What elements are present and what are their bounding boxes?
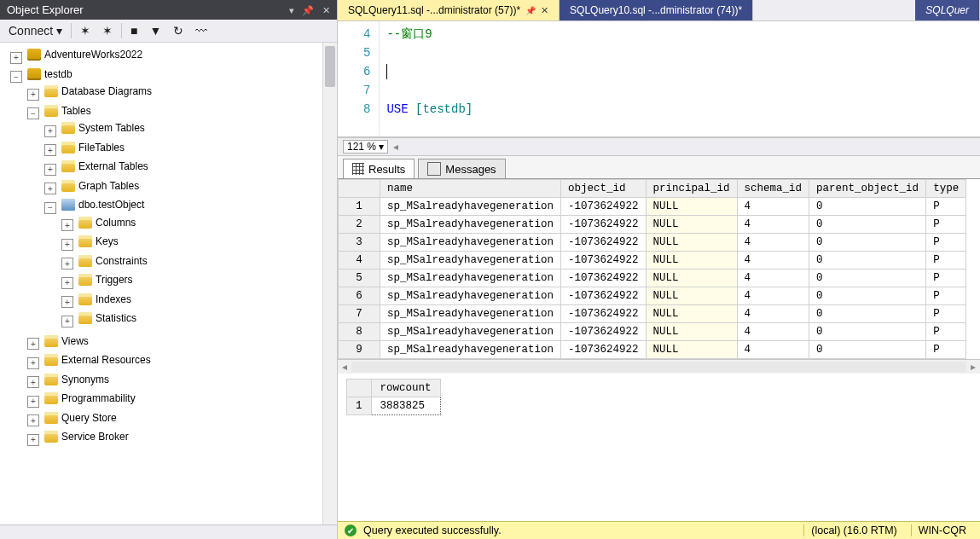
refresh-icon[interactable]: ↻ — [170, 22, 187, 39]
expander-icon[interactable]: + — [27, 376, 39, 388]
tree-system-tables[interactable]: System Tables — [59, 121, 148, 135]
row-number-cell[interactable]: 5 — [339, 270, 380, 287]
expander-icon[interactable]: + — [27, 414, 39, 426]
cell-name[interactable]: sp_MSalreadyhavegeneration — [380, 216, 561, 234]
table-row[interactable]: 7sp_MSalreadyhavegeneration-1073624922NU… — [339, 305, 966, 323]
expander-icon[interactable]: + — [27, 338, 39, 350]
tree-service-broker[interactable]: Service Broker — [42, 430, 131, 443]
expander-icon[interactable]: + — [61, 239, 73, 251]
cell-object_id[interactable]: -1073624922 — [561, 323, 647, 341]
row-number-cell[interactable]: 8 — [339, 323, 380, 341]
tree-programmability[interactable]: Programmability — [42, 391, 138, 405]
cell-parent_object_id[interactable]: 0 — [809, 198, 926, 216]
tab-messages[interactable]: Messages — [418, 159, 505, 178]
tree-testobject[interactable]: dbo.testObject — [59, 198, 147, 212]
tree-keys[interactable]: Keys — [76, 235, 121, 248]
cell-principal_id[interactable]: NULL — [646, 198, 737, 216]
tree-views[interactable]: Views — [42, 334, 91, 348]
tree-statistics[interactable]: Statistics — [76, 311, 139, 325]
row-number-cell[interactable]: 7 — [339, 305, 380, 323]
expander-icon[interactable]: + — [61, 277, 73, 289]
expander-icon[interactable]: + — [10, 52, 22, 64]
cell-type[interactable]: P — [926, 234, 966, 252]
tree-constraints[interactable]: Constraints — [76, 254, 150, 268]
expander-icon[interactable]: − — [10, 71, 22, 83]
cell-object_id[interactable]: -1073624922 — [561, 305, 647, 323]
cell-principal_id[interactable]: NULL — [646, 216, 737, 234]
rowcount-grid[interactable]: rowcount 13883825 — [346, 379, 441, 415]
cell-type[interactable]: P — [926, 323, 966, 341]
cell-name[interactable]: sp_MSalreadyhavegeneration — [380, 234, 561, 252]
cell-parent_object_id[interactable]: 0 — [809, 305, 926, 323]
table-row[interactable]: 2sp_MSalreadyhavegeneration-1073624922NU… — [339, 216, 966, 234]
tree-columns[interactable]: Columns — [76, 216, 138, 229]
scroll-left-icon[interactable]: ◂ — [338, 361, 351, 373]
cell-schema_id[interactable]: 4 — [737, 323, 809, 341]
zoom-dropdown[interactable]: 121 % ▾ — [343, 140, 388, 154]
expander-icon[interactable]: + — [27, 89, 39, 101]
expander-icon[interactable]: + — [44, 125, 56, 137]
tree-database-diagrams[interactable]: Database Diagrams — [42, 84, 154, 98]
cell-schema_id[interactable]: 4 — [737, 287, 809, 305]
cell-principal_id[interactable]: NULL — [646, 252, 737, 270]
col-object-id[interactable]: object_id — [561, 180, 647, 198]
cell-principal_id[interactable]: NULL — [646, 287, 737, 305]
horizontal-scrollbar[interactable] — [0, 525, 337, 539]
horizontal-scrollbar[interactable]: ◂ ▸ — [338, 360, 980, 374]
cell-parent_object_id[interactable]: 0 — [809, 323, 926, 341]
table-row[interactable]: 5sp_MSalreadyhavegeneration-1073624922NU… — [339, 270, 966, 287]
row-number-cell[interactable]: 4 — [339, 252, 380, 270]
cell-object_id[interactable]: -1073624922 — [561, 252, 647, 270]
cell-parent_object_id[interactable]: 0 — [809, 287, 926, 305]
expander-icon[interactable]: + — [27, 357, 39, 369]
tree-external-resources[interactable]: External Resources — [42, 353, 154, 367]
cell-principal_id[interactable]: NULL — [646, 323, 737, 341]
cell-parent_object_id[interactable]: 0 — [809, 270, 926, 287]
tree-synonyms[interactable]: Synonyms — [42, 373, 112, 386]
cell-principal_id[interactable]: NULL — [646, 341, 737, 359]
tree-db-testdb[interactable]: testdb — [25, 67, 75, 81]
cell-schema_id[interactable]: 4 — [737, 341, 809, 359]
cell-type[interactable]: P — [926, 270, 966, 287]
tree-container[interactable]: +AdventureWorks2022 −testdb +Database Di… — [0, 43, 337, 525]
tab-sqlquery11[interactable]: SQLQuery11.sql -...dministrator (57))* 📌… — [338, 0, 560, 20]
expander-icon[interactable]: + — [44, 183, 56, 194]
cell-name[interactable]: sp_MSalreadyhavegeneration — [380, 341, 561, 359]
expander-icon[interactable]: + — [27, 396, 39, 408]
row-number-cell[interactable]: 3 — [339, 234, 380, 252]
tab-overflow[interactable]: SQLQuer — [915, 0, 980, 20]
cell-parent_object_id[interactable]: 0 — [809, 252, 926, 270]
scroll-right-icon[interactable]: ▸ — [966, 361, 980, 373]
close-icon[interactable]: ✕ — [541, 5, 548, 16]
cell-schema_id[interactable]: 4 — [737, 216, 809, 234]
results-grid[interactable]: name object_id principal_id schema_id pa… — [338, 179, 966, 359]
cell-type[interactable]: P — [926, 198, 966, 216]
tab-sqlquery10[interactable]: SQLQuery10.sql -...dministrator (74))* — [560, 0, 753, 20]
cell-principal_id[interactable]: NULL — [646, 234, 737, 252]
tree-db-adventureworks[interactable]: AdventureWorks2022 — [25, 48, 145, 61]
pin-icon[interactable]: 📌 — [525, 6, 536, 15]
cell-type[interactable]: P — [926, 287, 966, 305]
tree-file-tables[interactable]: FileTables — [59, 141, 127, 154]
scrollbar-thumb[interactable] — [325, 46, 335, 87]
expander-icon[interactable]: + — [61, 219, 73, 231]
cell-object_id[interactable]: -1073624922 — [561, 216, 647, 234]
tree-indexes[interactable]: Indexes — [76, 293, 134, 306]
row-number-cell[interactable]: 1 — [347, 397, 372, 415]
disconnect-all-icon[interactable]: ✶ — [99, 22, 116, 39]
tree-graph-tables[interactable]: Graph Tables — [59, 179, 142, 193]
cell-schema_id[interactable]: 4 — [737, 270, 809, 287]
tree-external-tables[interactable]: External Tables — [59, 159, 151, 173]
row-number-cell[interactable]: 6 — [339, 287, 380, 305]
cell-object_id[interactable]: -1073624922 — [561, 270, 647, 287]
col-principal-id[interactable]: principal_id — [646, 180, 737, 198]
col-rowcount[interactable]: rowcount — [371, 380, 440, 397]
splitter-icon[interactable]: ◂ — [393, 141, 398, 153]
vertical-scrollbar[interactable] — [322, 43, 337, 525]
code-area[interactable]: --窗口9 USE [testdb] — [380, 21, 980, 136]
activity-icon[interactable]: 〰 — [192, 22, 211, 39]
cell-object_id[interactable]: -1073624922 — [561, 341, 647, 359]
close-icon[interactable]: ✕ — [322, 5, 330, 15]
stop-icon[interactable]: ■ — [127, 22, 141, 39]
expander-icon[interactable]: − — [27, 107, 39, 119]
